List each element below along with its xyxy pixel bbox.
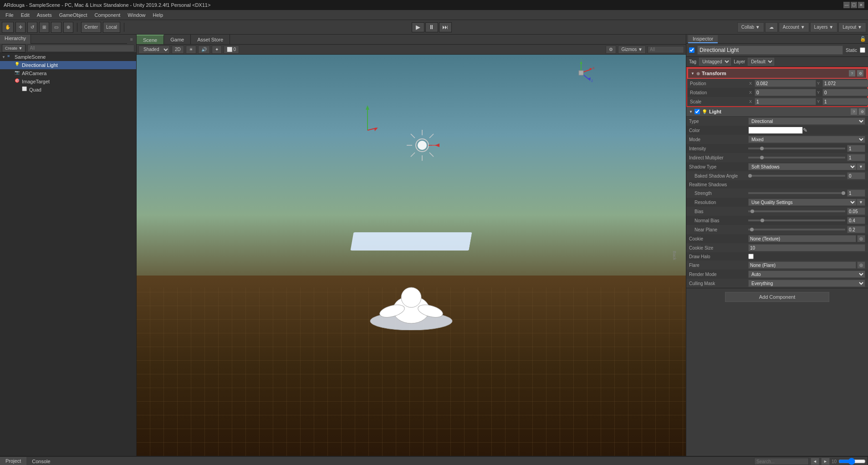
scene-layers-btn[interactable]: ⬜ 0 bbox=[224, 46, 239, 54]
shadow-type-select[interactable]: Soft Shadows bbox=[748, 163, 857, 170]
light-info-icon[interactable]: ? bbox=[851, 108, 857, 115]
menu-file[interactable]: File bbox=[2, 11, 17, 19]
baked-shadow-input[interactable] bbox=[847, 172, 865, 179]
tab-asset-store[interactable]: Asset Store bbox=[191, 35, 230, 44]
menu-window[interactable]: Window bbox=[124, 11, 149, 19]
normal-bias-input[interactable] bbox=[847, 217, 865, 224]
render-mode-select[interactable]: Auto bbox=[748, 271, 865, 278]
hierarchy-item-arcamera[interactable]: 📷 ARCamera bbox=[0, 69, 136, 77]
hierarchy-create-button[interactable]: Create ▼ bbox=[2, 44, 26, 52]
object-active-checkbox[interactable] bbox=[689, 47, 694, 53]
baked-shadow-slider[interactable] bbox=[748, 175, 845, 177]
scale-y-input[interactable] bbox=[822, 98, 868, 105]
shaded-select[interactable]: Shaded bbox=[138, 46, 170, 54]
near-plane-slider[interactable] bbox=[748, 229, 845, 230]
layers-button[interactable]: Layers ▼ bbox=[810, 22, 838, 32]
transform-info-icon[interactable]: ? bbox=[849, 70, 855, 77]
add-component-button[interactable]: Add Component bbox=[725, 292, 830, 302]
tool-rotate[interactable]: ↺ bbox=[27, 22, 37, 33]
tool-hand[interactable]: ✋ bbox=[2, 22, 14, 33]
menu-help[interactable]: Help bbox=[149, 11, 167, 19]
resolution-arrow[interactable]: ▼ bbox=[857, 199, 865, 206]
intensity-slider[interactable] bbox=[748, 148, 845, 149]
flare-input[interactable] bbox=[748, 261, 856, 269]
cookie-input[interactable] bbox=[748, 235, 856, 242]
scene-viewport[interactable]: Y X Z Back bbox=[137, 55, 686, 456]
object-name-input[interactable] bbox=[697, 46, 843, 55]
project-zoom-slider[interactable] bbox=[838, 458, 866, 465]
cloud-button[interactable]: ☁ bbox=[765, 22, 778, 32]
fx-toggle[interactable]: ✦ bbox=[212, 46, 222, 54]
tool-rect[interactable]: ▭ bbox=[51, 22, 61, 33]
light-color-swatch[interactable] bbox=[748, 127, 803, 134]
normal-bias-slider[interactable] bbox=[748, 220, 845, 221]
tool-transform[interactable]: ⊕ bbox=[63, 22, 73, 33]
play-button[interactable]: ▶ bbox=[412, 22, 424, 32]
account-button[interactable]: Account ▼ bbox=[779, 22, 809, 32]
scene-settings[interactable]: ⚙ bbox=[606, 46, 616, 54]
layout-button[interactable]: Layout ▼ bbox=[838, 22, 866, 32]
position-y-input[interactable] bbox=[822, 80, 868, 87]
draw-halo-checkbox[interactable] bbox=[748, 254, 754, 259]
indirect-mult-input[interactable] bbox=[847, 154, 865, 161]
light-toggle[interactable]: ☀ bbox=[186, 46, 196, 54]
position-x-input[interactable] bbox=[755, 80, 816, 87]
collab-button[interactable]: Collab ▼ bbox=[737, 22, 764, 32]
rotation-y-input[interactable] bbox=[822, 89, 868, 96]
intensity-input[interactable] bbox=[847, 145, 865, 152]
tool-move[interactable]: ✛ bbox=[15, 22, 26, 33]
bias-input[interactable] bbox=[847, 208, 865, 215]
hierarchy-item-quad[interactable]: ⬜ Quad bbox=[0, 86, 136, 94]
menu-gameobject[interactable]: GameObject bbox=[56, 11, 91, 19]
light-mode-select[interactable]: Mixed bbox=[748, 136, 865, 143]
pivot-center-button[interactable]: Center bbox=[81, 22, 101, 33]
static-checkbox[interactable] bbox=[860, 47, 865, 53]
light-header[interactable]: ▼ 💡 Light ? ⚙ bbox=[686, 107, 868, 117]
light-active-checkbox[interactable] bbox=[694, 109, 700, 114]
tab-game[interactable]: Game bbox=[164, 35, 191, 44]
maximize-button[interactable]: ☐ bbox=[851, 2, 857, 8]
near-plane-input[interactable] bbox=[847, 226, 865, 233]
tool-scale[interactable]: ⊞ bbox=[39, 22, 49, 33]
menu-assets[interactable]: Assets bbox=[33, 11, 56, 19]
scale-x-input[interactable] bbox=[755, 98, 816, 105]
strength-slider[interactable] bbox=[748, 192, 845, 194]
cookie-picker-btn[interactable]: ◎ bbox=[857, 235, 865, 242]
gizmos-button[interactable]: Gizmos ▼ bbox=[618, 46, 646, 54]
strength-input[interactable] bbox=[847, 189, 865, 197]
inspector-lock-icon[interactable]: 🔓 bbox=[860, 36, 866, 42]
hierarchy-item-imagetarget[interactable]: 🎯 ImageTarget bbox=[0, 77, 136, 86]
pivot-local-button[interactable]: Local bbox=[103, 22, 120, 33]
2d-toggle[interactable]: 2D bbox=[172, 46, 184, 54]
transform-header[interactable]: ▼ ⊕ Transform ? ⚙ bbox=[687, 68, 867, 79]
pause-button[interactable]: ⏸ bbox=[425, 22, 438, 32]
audio-toggle[interactable]: 🔊 bbox=[198, 46, 210, 54]
light-type-select[interactable]: Directional bbox=[748, 118, 865, 125]
hierarchy-search-input[interactable] bbox=[27, 45, 134, 52]
step-button[interactable]: ⏭ bbox=[439, 22, 452, 32]
rotation-x-input[interactable] bbox=[755, 89, 816, 96]
tab-hierarchy[interactable]: Hierarchy bbox=[0, 35, 31, 44]
indirect-mult-slider[interactable] bbox=[748, 157, 845, 158]
tag-select[interactable]: Untagged bbox=[699, 58, 731, 66]
scene-search[interactable] bbox=[648, 46, 684, 53]
tab-inspector[interactable]: Inspector bbox=[688, 35, 718, 43]
transform-settings-icon[interactable]: ⚙ bbox=[857, 70, 863, 77]
hierarchy-item-samplescene[interactable]: ▼ ≡ SampleScene bbox=[0, 53, 136, 61]
tab-scene[interactable]: Scene bbox=[137, 35, 164, 44]
project-search-input[interactable] bbox=[754, 458, 809, 465]
close-button[interactable]: ✕ bbox=[858, 2, 864, 8]
light-settings-icon[interactable]: ⚙ bbox=[859, 108, 865, 115]
shadow-type-arrow[interactable]: ▼ bbox=[857, 163, 865, 170]
color-picker-icon[interactable]: ✎ bbox=[803, 127, 807, 133]
menu-edit[interactable]: Edit bbox=[17, 11, 33, 19]
layer-select[interactable]: Default bbox=[748, 58, 774, 66]
minimize-button[interactable]: — bbox=[843, 2, 850, 8]
project-nav-fwd[interactable]: ► bbox=[821, 458, 830, 465]
culling-mask-select[interactable]: Everything bbox=[748, 280, 865, 287]
bias-slider[interactable] bbox=[748, 210, 845, 212]
flare-picker-btn[interactable]: ◎ bbox=[857, 261, 865, 269]
tab-project[interactable]: Project bbox=[0, 457, 26, 465]
hierarchy-item-directionallight[interactable]: 💡 Directional Light bbox=[0, 61, 136, 69]
tab-console[interactable]: Console bbox=[26, 457, 56, 465]
